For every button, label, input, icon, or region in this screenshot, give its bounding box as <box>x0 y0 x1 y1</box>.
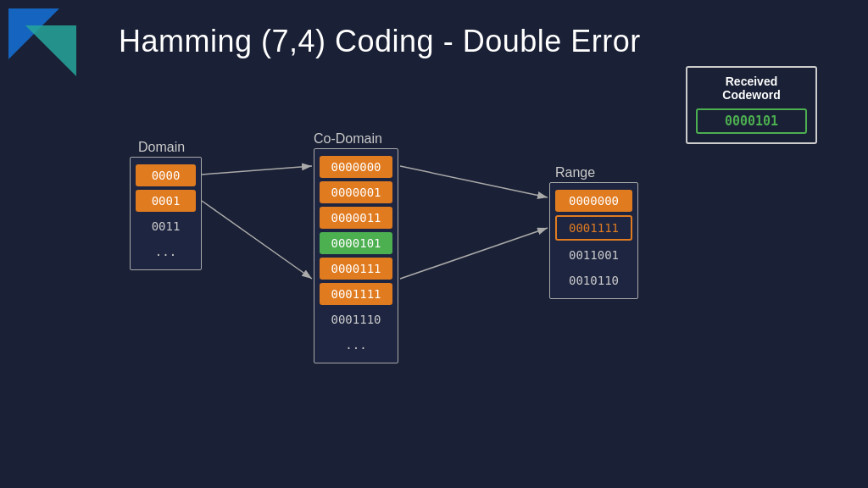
codomain-item-0: 0000000 <box>320 156 392 178</box>
svg-line-5 <box>400 166 548 197</box>
codomain-item-5: 0001111 <box>320 283 392 305</box>
range-label: Range <box>555 165 595 180</box>
codomain-item-7: ... <box>320 334 392 356</box>
codomain-label: Co-Domain <box>314 131 382 147</box>
svg-line-3 <box>202 166 312 175</box>
domain-item-0: 0000 <box>136 164 196 186</box>
svg-line-6 <box>400 228 548 279</box>
codomain-item-6: 0001110 <box>320 308 392 330</box>
domain-item-1: 0001 <box>136 190 196 212</box>
received-codeword-value: 0000101 <box>696 108 807 134</box>
codomain-item-3: 0000101 <box>320 232 392 254</box>
svg-line-4 <box>202 201 312 279</box>
domain-column: 0000 0001 0011 ... <box>130 157 202 270</box>
range-item-3: 0010110 <box>555 269 632 291</box>
range-item-1: 0001111 <box>555 215 632 241</box>
range-column: 0000000 0001111 0011001 0010110 <box>549 182 638 299</box>
codomain-item-4: 0000111 <box>320 258 392 280</box>
range-item-2: 0011001 <box>555 244 632 266</box>
received-codeword-box: Received Codeword 0000101 <box>686 66 817 144</box>
codomain-item-2: 0000011 <box>320 207 392 229</box>
codomain-column: 0000000 0000001 0000011 0000101 0000111 … <box>314 148 398 363</box>
received-codeword-label: Received Codeword <box>696 75 807 102</box>
logo <box>0 0 102 102</box>
domain-label: Domain <box>138 140 185 155</box>
page-title: Hamming (7,4) Coding - Double Error <box>119 24 641 59</box>
codomain-item-1: 0000001 <box>320 181 392 203</box>
svg-marker-1 <box>25 25 76 76</box>
domain-item-2: 0011 <box>136 215 196 237</box>
domain-item-3: ... <box>136 241 196 263</box>
range-item-0: 0000000 <box>555 190 632 212</box>
